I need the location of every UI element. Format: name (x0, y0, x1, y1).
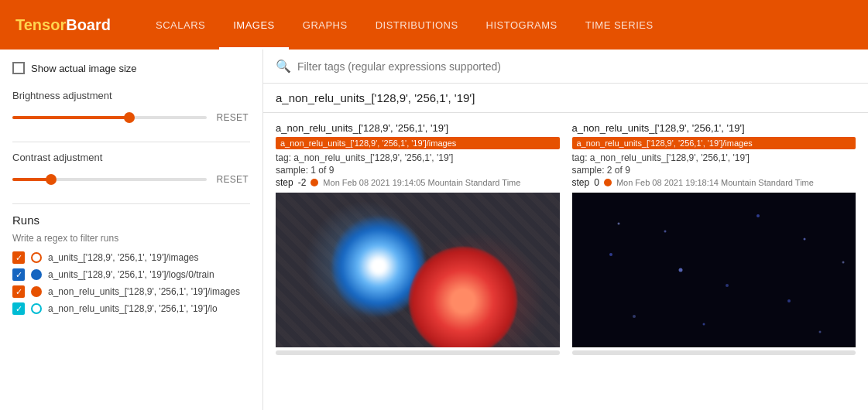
run-label-1: a_units_['128,9', '256,1', '19']/images (48, 252, 199, 263)
card-badge-2[interactable]: a_non_relu_units_['128,9', '256,1', '19'… (572, 137, 856, 149)
brightness-thumb (124, 112, 135, 123)
svg-point-0 (609, 253, 612, 256)
card-sample-1: sample: 1 of 9 (276, 165, 560, 176)
run-checkbox-4[interactable]: ✓ (12, 302, 25, 315)
scrollbar-2[interactable] (572, 350, 856, 355)
brightness-slider-row: RESET (12, 109, 250, 126)
red-orb (409, 247, 517, 347)
svg-point-4 (787, 299, 791, 302)
brand-tensor: Tensor (15, 16, 66, 33)
brightness-section: Brightness adjustment RESET (12, 90, 250, 126)
check-icon-4: ✓ (15, 304, 22, 314)
card-sample-2: sample: 2 of 9 (572, 165, 856, 176)
contrast-thumb (46, 174, 57, 185)
tag-header: a_non_relu_units_['128,9', '256,1', '19'… (263, 84, 868, 113)
brand-logo[interactable]: TensorBoard (15, 16, 111, 34)
run-label-2: a_units_['128,9', '256,1', '19']/logs/0/… (48, 269, 214, 280)
step-value-1: -2 (298, 177, 307, 188)
svg-point-2 (726, 284, 729, 287)
run-label-3: a_non_relu_units_['128,9', '256,1', '19'… (48, 286, 240, 297)
run-checkbox-2[interactable]: ✓ (12, 268, 25, 281)
run-checkbox-1[interactable]: ✓ (12, 251, 25, 264)
search-bar: 🔍 (263, 50, 868, 84)
search-icon: 🔍 (276, 59, 291, 73)
run-item-4: ✓ a_non_relu_units_['128,9', '256,1', '1… (12, 302, 250, 315)
night-scene-svg (572, 193, 856, 347)
card-step-row-1: step -2 Mon Feb 08 2021 19:14:05 Mountai… (276, 177, 560, 188)
nav-distributions[interactable]: DISTRIBUTIONS (362, 0, 472, 50)
svg-point-6 (633, 315, 636, 318)
img1-background (276, 193, 560, 347)
check-icon-2: ✓ (15, 270, 22, 280)
show-size-checkbox[interactable] (12, 62, 25, 74)
run-item-1: ✓ a_units_['128,9', '256,1', '19']/image… (12, 251, 250, 264)
contrast-reset[interactable]: RESET (214, 171, 250, 188)
nav-images[interactable]: IMAGES (219, 0, 289, 50)
svg-point-3 (803, 238, 805, 241)
runs-list: ✓ a_units_['128,9', '256,1', '19']/image… (12, 251, 250, 315)
step-timestamp-1: Mon Feb 08 2021 19:14:05 Mountain Standa… (323, 178, 520, 187)
card-tag-1: tag: a_non_relu_units_['128,9', '256,1',… (276, 152, 560, 163)
step-timestamp-2: Mon Feb 08 2021 19:18:14 Mountain Standa… (616, 178, 814, 187)
svg-point-7 (702, 323, 705, 326)
images-grid: a_non_relu_units_['128,9', '256,1', '19'… (276, 122, 856, 355)
brightness-fill (12, 116, 129, 119)
main-content: 🔍 a_non_relu_units_['128,9', '256,1', '1… (263, 50, 868, 410)
nav-items: SCALARS IMAGES GRAPHS DISTRIBUTIONS HIST… (142, 0, 667, 50)
svg-point-1 (664, 231, 666, 233)
card-image-1[interactable] (276, 193, 560, 347)
step-dot-2 (604, 179, 612, 186)
show-size-label: Show actual image size (31, 63, 137, 74)
contrast-track[interactable] (12, 178, 207, 181)
brand-board: Board (66, 16, 111, 33)
step-value-2: 0 (594, 177, 599, 188)
run-checkbox-3[interactable]: ✓ (12, 285, 25, 298)
image-card-2: a_non_relu_units_['128,9', '256,1', '19'… (572, 122, 856, 355)
brightness-label: Brightness adjustment (12, 90, 250, 101)
show-size-row: Show actual image size (12, 62, 250, 74)
step-label-1: step (276, 177, 293, 188)
check-icon-3: ✓ (15, 287, 22, 297)
divider-2 (12, 203, 250, 204)
card-step-row-2: step 0 Mon Feb 08 2021 19:18:14 Mountain… (572, 177, 856, 188)
card-title-1: a_non_relu_units_['128,9', '256,1', '19'… (276, 122, 560, 134)
nav-histograms[interactable]: HISTOGRAMS (472, 0, 571, 50)
svg-point-11 (617, 223, 619, 225)
svg-point-8 (756, 214, 760, 217)
divider-1 (12, 142, 250, 142)
svg-point-10 (678, 268, 682, 272)
step-dot-1 (310, 179, 318, 186)
img2-background (572, 193, 856, 347)
brightness-track[interactable] (12, 116, 207, 119)
card-badge-1[interactable]: a_non_relu_units_['128,9', '256,1', '19'… (276, 137, 560, 149)
search-input[interactable] (297, 60, 856, 73)
sidebar: Show actual image size Brightness adjust… (0, 50, 263, 410)
check-icon-1: ✓ (15, 253, 22, 263)
main-layout: Show actual image size Brightness adjust… (0, 50, 868, 410)
scrollbar-1[interactable] (276, 350, 560, 355)
runs-label: Runs (12, 214, 250, 227)
run-item-2: ✓ a_units_['128,9', '256,1', '19']/logs/… (12, 268, 250, 281)
run-label-4: a_non_relu_units_['128,9', '256,1', '19'… (48, 303, 218, 314)
card-image-2[interactable] (572, 193, 856, 347)
brightness-reset[interactable]: RESET (214, 109, 250, 126)
contrast-label: Contrast adjustment (12, 152, 250, 163)
contrast-slider-row: RESET (12, 171, 250, 188)
run-circle-3 (31, 286, 42, 297)
navbar: TensorBoard SCALARS IMAGES GRAPHS DISTRI… (0, 0, 868, 50)
step-label-2: step (572, 177, 590, 188)
contrast-section: Contrast adjustment RESET (12, 152, 250, 188)
run-circle-4 (31, 303, 42, 314)
svg-point-9 (818, 331, 821, 333)
image-card-1: a_non_relu_units_['128,9', '256,1', '19'… (276, 122, 560, 355)
nav-graphs[interactable]: GRAPHS (289, 0, 362, 50)
card-title-2: a_non_relu_units_['128,9', '256,1', '19'… (572, 122, 856, 134)
run-circle-2 (31, 269, 42, 280)
nav-scalars[interactable]: SCALARS (142, 0, 219, 50)
run-circle-1 (31, 252, 42, 263)
nav-time-series[interactable]: TIME SERIES (571, 0, 667, 50)
regex-label: Write a regex to filter runs (12, 233, 250, 244)
card-tag-2: tag: a_non_relu_units_['128,9', '256,1',… (572, 152, 856, 163)
run-item-3: ✓ a_non_relu_units_['128,9', '256,1', '1… (12, 285, 250, 298)
images-area: a_non_relu_units_['128,9', '256,1', '19'… (263, 113, 868, 410)
